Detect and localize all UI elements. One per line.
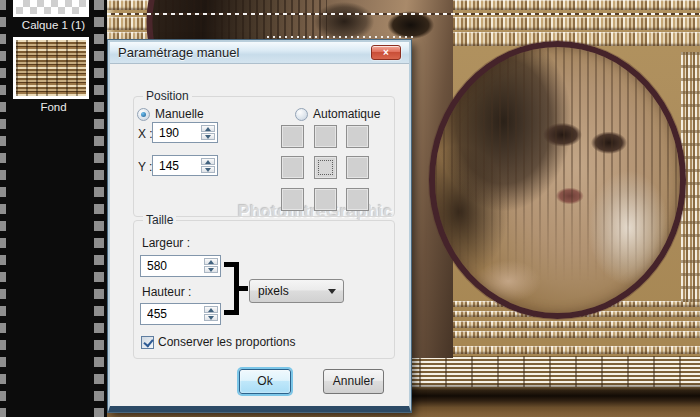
selection-marching-ants-secondary (267, 36, 415, 38)
x-field (152, 122, 218, 143)
y-label: Y : (138, 160, 152, 174)
fond-thumbnail-image (16, 40, 86, 96)
manual-radio[interactable] (137, 108, 150, 121)
unit-dropdown-value: pixels (258, 284, 289, 298)
oval-curtain-overlay (435, 47, 680, 313)
height-label: Hauteur : (142, 285, 191, 299)
position-grid-cell[interactable] (314, 125, 337, 148)
position-grid-cell[interactable] (281, 156, 304, 179)
cancel-button[interactable]: Annuler (323, 369, 384, 394)
oval-portrait-frame (429, 41, 686, 319)
link-bracket-arm (224, 262, 236, 267)
width-spin-up-icon[interactable] (204, 258, 218, 265)
position-grid-cell-selected[interactable] (314, 156, 337, 179)
width-field (140, 255, 221, 277)
position-grid-cell[interactable] (281, 188, 304, 211)
y-field (152, 155, 218, 176)
manual-radio-label[interactable]: Manuelle (155, 107, 204, 121)
x-spin-down-icon[interactable] (201, 133, 215, 140)
filmstrip-perforations-right (94, 0, 104, 417)
size-group-label: Taille (143, 213, 176, 227)
position-grid-cell[interactable] (346, 188, 369, 211)
layer-thumbnail-calque1[interactable] (13, 0, 89, 17)
height-spin-up-icon[interactable] (204, 306, 218, 313)
position-grid-cell[interactable] (281, 125, 304, 148)
y-spin-down-icon[interactable] (201, 166, 215, 173)
link-bracket-arm (224, 310, 236, 315)
automatic-radio-label[interactable]: Automatique (313, 107, 380, 121)
width-spinner (204, 258, 218, 273)
ok-button[interactable]: Ok (239, 369, 291, 394)
keep-proportions-checkbox[interactable] (141, 336, 154, 349)
close-icon: × (383, 47, 389, 58)
y-spinner (201, 158, 215, 173)
keep-proportions-label[interactable]: Conserver les proportions (158, 335, 295, 349)
layer-label-calque1[interactable]: Calque 1 (1) (0, 19, 107, 31)
size-groupbox: Taille Largeur : Hauteur : pixels (133, 220, 395, 359)
height-field (140, 303, 221, 325)
layer-thumbnail-fond[interactable] (13, 37, 89, 99)
height-spin-down-icon[interactable] (204, 314, 218, 321)
width-label: Largeur : (142, 236, 190, 250)
layers-panel-filmstrip: Calque 1 (1) Fond (0, 0, 107, 417)
position-groupbox: Position Manuelle Automatique X : Y : (133, 96, 395, 217)
manual-settings-dialog: Paramétrage manuel × PhotofiltreGraphic … (108, 40, 411, 412)
automatic-radio[interactable] (295, 108, 308, 121)
chevron-down-icon (328, 289, 336, 294)
unit-dropdown[interactable]: pixels (249, 279, 344, 303)
position-grid-cell[interactable] (346, 156, 369, 179)
x-label: X : (138, 127, 153, 141)
selection-marching-ants (107, 13, 700, 15)
position-grid-cell[interactable] (314, 188, 337, 211)
position-grid-cell[interactable] (346, 125, 369, 148)
position-group-label: Position (143, 89, 192, 103)
x-spin-up-icon[interactable] (201, 125, 215, 132)
dialog-titlebar[interactable]: Paramétrage manuel × (110, 42, 409, 64)
transparency-checker (16, 0, 86, 14)
link-bracket-arm (239, 286, 248, 291)
layer-label-fond[interactable]: Fond (0, 101, 107, 113)
x-spinner (201, 125, 215, 140)
y-spin-up-icon[interactable] (201, 158, 215, 165)
close-button[interactable]: × (371, 45, 401, 60)
height-spinner (204, 306, 218, 321)
dialog-title: Paramétrage manuel (118, 45, 239, 60)
width-spin-down-icon[interactable] (204, 266, 218, 273)
filmstrip-perforations-left (0, 0, 6, 417)
